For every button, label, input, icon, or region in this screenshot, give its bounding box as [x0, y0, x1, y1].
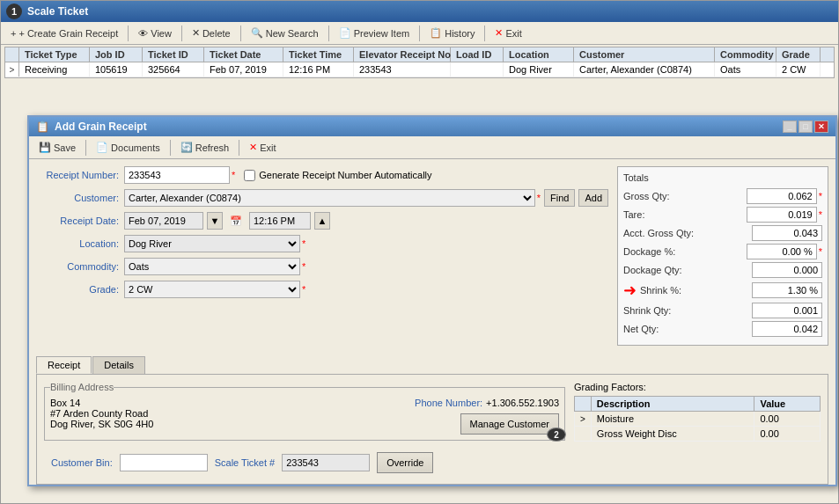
required-gross: * [819, 191, 822, 201]
outer-window: 1 Scale Ticket + + Create Grain Receipt … [0, 0, 839, 504]
tare-input[interactable] [747, 207, 817, 223]
tab-details[interactable]: Details [92, 356, 145, 374]
customer-label: Customer: [36, 193, 124, 203]
exit-icon: ✕ [495, 27, 503, 39]
grade-select[interactable]: 2 CW [124, 281, 300, 298]
manage-customer-button[interactable]: Manage Customer [460, 413, 560, 435]
dialog-exit-icon: ✕ [249, 142, 257, 153]
grading-val-2: 0.00 [754, 427, 821, 442]
refresh-icon: 🔄 [180, 142, 193, 153]
grain-receipt-icon: 📋 [36, 121, 49, 133]
grid-header-row: Ticket Type Job ID Ticket ID Ticket Date… [5, 47, 834, 62]
grading-desc-1: Moisture [591, 412, 754, 427]
ticket-grid: Ticket Type Job ID Ticket ID Ticket Date… [4, 47, 835, 78]
dockage-qty-input[interactable] [752, 262, 822, 278]
minimize-button[interactable]: _ [783, 121, 797, 133]
maximize-button[interactable]: □ [799, 121, 813, 133]
customer-bin-label: Customer Bin: [51, 457, 113, 468]
dialog-toolbar: 💾 Save 📄 Documents 🔄 Refresh ✕ Exit [29, 136, 835, 159]
save-icon: 💾 [39, 142, 51, 153]
receipt-date-input[interactable] [124, 212, 203, 230]
scale-ticket-input[interactable] [282, 454, 370, 471]
tab-receipt[interactable]: Receipt [36, 356, 92, 374]
main-toolbar: + + Create Grain Receipt 👁 View ✕ Delete… [1, 22, 838, 45]
exit-button[interactable]: ✕ Exit [489, 25, 527, 41]
grading-desc-2: Gross Weight Disc [591, 427, 754, 442]
billing-content: Box 14 #7 Arden County Road Dog River, S… [50, 398, 559, 435]
cell-ticket-date: Feb 07, 2019 [204, 62, 283, 77]
commodity-select[interactable]: Oats [124, 258, 300, 275]
gross-qty-input[interactable] [747, 188, 817, 204]
new-search-button[interactable]: 🔍 New Search [245, 25, 325, 41]
create-grain-receipt-button[interactable]: + + Create Grain Receipt [4, 26, 124, 41]
acct-gross-input[interactable] [752, 225, 822, 241]
search-icon: 🔍 [251, 27, 263, 39]
receipt-number-input[interactable] [124, 166, 230, 184]
refresh-button[interactable]: 🔄 Refresh [174, 139, 236, 156]
save-button[interactable]: 💾 Save [33, 139, 82, 156]
dockage-pct-input[interactable] [747, 244, 817, 259]
time-picker-button[interactable]: ▲ [314, 212, 330, 230]
location-select[interactable]: Dog River [124, 235, 300, 252]
gross-qty-row: Gross Qty: * [623, 188, 822, 204]
cell-customer: Carter, Alexander (C0874) [574, 62, 715, 77]
bottom-bar: Customer Bin: Scale Ticket # Override [44, 447, 821, 477]
receipt-date-label: Receipt Date: [36, 215, 124, 226]
add-button[interactable]: Add [578, 189, 608, 207]
dialog-close-button[interactable]: ✕ [814, 121, 828, 133]
cell-load-id [451, 62, 504, 77]
net-qty-label: Net Qty: [623, 324, 659, 334]
col-grade: Grade [776, 47, 821, 62]
col-customer: Customer [574, 47, 715, 62]
cell-ticket-type: Receiving [19, 62, 90, 77]
documents-button[interactable]: 📄 Documents [90, 139, 166, 156]
tab-content-inner: Billing Address Box 14 #7 Arden County R… [44, 382, 821, 442]
billing-section: Billing Address Box 14 #7 Arden County R… [44, 382, 565, 442]
customer-bin-input[interactable] [120, 454, 208, 471]
history-button[interactable]: 📋 History [423, 25, 481, 41]
required-star-customer: * [537, 193, 541, 203]
dockage-qty-row: Dockage Qty: [623, 262, 822, 278]
cell-elevator: 233543 [354, 62, 451, 77]
sep3 [240, 26, 241, 41]
override-button[interactable]: Override [377, 452, 433, 473]
date-picker-button[interactable]: ▼ [207, 212, 223, 230]
badge-1: 1 [6, 4, 22, 19]
dialog-exit-button[interactable]: ✕ Exit [243, 139, 282, 156]
sep2 [181, 26, 182, 41]
tab-bar: Receipt Details [36, 356, 828, 374]
grading-row-2[interactable]: Gross Weight Disc 0.00 [575, 427, 821, 442]
phone-row: Phone Number: +1.306.552.1903 [415, 398, 559, 408]
auto-generate-checkbox[interactable] [244, 170, 255, 181]
shrink-qty-label: Shrink Qty: [623, 305, 671, 316]
location-row: Location: Dog River * [36, 235, 608, 252]
scale-ticket-label: Scale Ticket # [215, 457, 275, 468]
customer-select[interactable]: Carter, Alexander (C0874) [124, 189, 535, 207]
col-load-id: Load ID [451, 47, 504, 62]
required-tare: * [819, 209, 822, 220]
required-star-grade: * [302, 284, 305, 295]
billing-fieldset: Billing Address Box 14 #7 Arden County R… [44, 382, 565, 441]
delete-button[interactable]: ✕ Delete [186, 25, 237, 41]
dockage-qty-label: Dockage Qty: [623, 265, 682, 275]
receipt-time-input[interactable] [249, 212, 311, 230]
grid-data-row[interactable]: > Receiving 105619 325664 Feb 07, 2019 1… [5, 62, 834, 77]
required-star-location: * [302, 238, 305, 249]
outer-title: Scale Ticket [27, 5, 88, 18]
doc-icon: 📄 [339, 27, 351, 39]
sep6 [484, 26, 485, 41]
required-dockage: * [819, 246, 822, 257]
find-button[interactable]: Find [544, 189, 575, 207]
view-button[interactable]: 👁 View [132, 26, 178, 41]
grading-val-1: 0.00 [754, 412, 821, 427]
grading-row-1[interactable]: > Moisture 0.00 [575, 412, 821, 427]
shrink-qty-input[interactable] [752, 303, 822, 318]
receipt-number-row: Receipt Number: * Generate Receipt Numbe… [36, 166, 608, 184]
grading-row-marker-2 [575, 427, 592, 442]
net-qty-input[interactable] [752, 321, 822, 337]
shrink-pct-input[interactable] [752, 282, 822, 298]
col-elevator: Elevator Receipt No [354, 47, 451, 62]
preview-item-button[interactable]: 📄 Preview Item [333, 25, 416, 41]
billing-line3: Dog River, SK S0G 4H0 [50, 419, 406, 429]
commodity-row: Commodity: Oats * [36, 258, 608, 275]
